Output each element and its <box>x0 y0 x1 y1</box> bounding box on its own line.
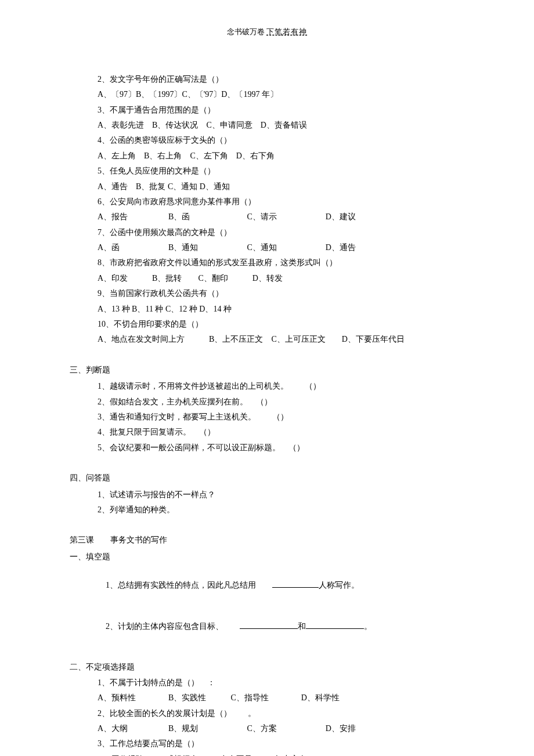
q8-opts: A、印发 B、批转 C、翻印 D、转发 <box>70 272 464 285</box>
document-page: 念书破万卷 下笔若有神 2、发文字号年份的正确写法是（） A、〔97〕B、〔19… <box>0 0 534 756</box>
section3-title: 三、判断题 <box>70 364 464 377</box>
lesson3-fill-1a: 1、总结拥有实践性的特点，因此凡总结用 <box>106 581 272 589</box>
q5-opts: A、通告 B、批复 C、通知 D、通知 <box>70 180 464 193</box>
l3q3-text: 3、工作总结要点写的是（） <box>70 737 464 750</box>
q9-text: 9、当前国家行政机关公函共有（） <box>70 287 464 300</box>
lesson3-fill-2b: 和 <box>298 622 306 631</box>
q7-opts: A、函 B、通知 C、通知 D、通告 <box>70 241 464 254</box>
q3-text: 3、不属于通告合用范围的是（） <box>70 104 464 117</box>
header-text-left: 念书破万卷 <box>227 27 265 36</box>
page-header: 念书破万卷 下笔若有神 <box>70 26 464 38</box>
lesson3-title: 第三课 事务文书的写作 <box>70 534 464 547</box>
l3q1-opts: A、预料性 B、实践性 C、指导性 D、科学性 <box>70 692 464 704</box>
sec4-item1: 1、试述请示与报告的不一样点？ <box>70 489 464 501</box>
sec3-item2: 2、假如结合发文，主办机关应摆列在前。 （） <box>70 396 464 408</box>
q6-opts: A、报告 B、函 C、请示 D、建议 <box>70 211 464 223</box>
q5-text: 5、任免人员应使用的文种是（） <box>70 165 464 178</box>
blank-1 <box>272 579 319 588</box>
sec3-item1: 1、越级请示时，不用将文件抄送被超出的上司机关。 （） <box>70 380 464 393</box>
blank-2 <box>240 620 298 629</box>
q2-opts: A、〔97〕B、〔1997〕C、〔'97〕D、〔1997 年〕 <box>70 88 464 101</box>
sec3-item4: 4、批复只限于回复请示。 （） <box>70 426 464 439</box>
l3q1-text: 1、不属于计划特点的是（） ： <box>70 677 464 689</box>
header-text-right: 下笔若有神 <box>266 27 307 36</box>
blank-3 <box>306 620 364 629</box>
q4-text: 4、公函的奥密等级应标于文头的（） <box>70 134 464 147</box>
sec3-item5: 5、会议纪要和一般公函同样，不可以设正副标题。 （） <box>70 442 464 454</box>
lesson3-fill-title: 一、填空题 <box>70 551 464 563</box>
q7-text: 7、公函中使用频次最高的文种是（） <box>70 226 464 239</box>
lesson3-fill-2c: 。 <box>364 622 372 631</box>
sec4-item2: 2、列举通知的种类。 <box>70 504 464 516</box>
q10-text: 10、不切合用印要求的是（） <box>70 318 464 331</box>
lesson3-choice-title: 二、不定项选择题 <box>70 661 464 674</box>
lesson3-fill-2a: 2、计划的主体内容应包含目标、 <box>106 622 240 631</box>
q8-text: 8、市政府把省政府文件以通知的形式发至县政府，这类形式叫（） <box>70 256 464 269</box>
q3-opts: A、表彰先进 B、传达状况 C、申请同意 D、责备错误 <box>70 119 464 132</box>
q4-opts: A、左上角 B、右上角 C、左下角 D、右下角 <box>70 150 464 162</box>
l3q3-opts: A、工作经验 B、感想领会 C、存在不足 D、努力方向 <box>70 753 464 756</box>
l3q2-text: 2、比较全面的长久的发展计划是（） 。 <box>70 707 464 720</box>
l3q2-opts: A、大纲 B、规划 C、方案 D、安排 <box>70 722 464 735</box>
q9-opts: A、13 种 B、11 种 C、12 种 D、14 种 <box>70 303 464 316</box>
q6-text: 6、公安局向市政府恳求同意办某件事用（） <box>70 196 464 208</box>
lesson3-fill-2: 2、计划的主体内容应包含目标、 和。 <box>70 607 464 646</box>
sec3-item3: 3、通告和通知行文时，都要写上主送机关。 （） <box>70 411 464 424</box>
lesson3-fill-1: 1、总结拥有实践性的特点，因此凡总结用 人称写作。 <box>70 566 464 605</box>
q10-opts: A、地点在发文时间上方 B、上不压正文 C、上可压正文 D、下要压年代日 <box>70 333 464 346</box>
lesson3-fill-1b: 人称写作。 <box>319 581 359 589</box>
section4-title: 四、问答题 <box>70 472 464 484</box>
q2-text: 2、发文字号年份的正确写法是（） <box>70 73 464 86</box>
